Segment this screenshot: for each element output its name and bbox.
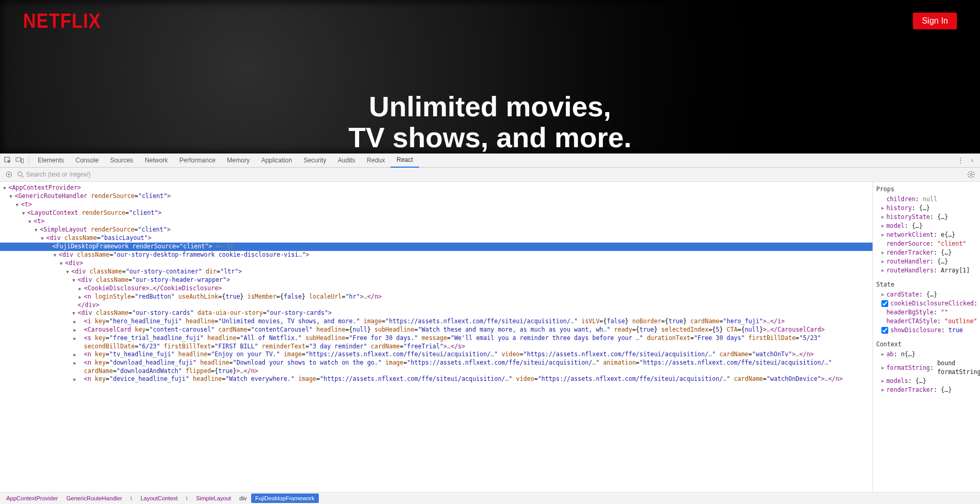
svg-line-6 bbox=[21, 176, 24, 178]
sign-in-button[interactable]: Sign In bbox=[913, 13, 957, 29]
tree-row[interactable]: <div className="our-story-container" dir… bbox=[0, 268, 873, 276]
devtools-tab-security[interactable]: Security bbox=[298, 154, 332, 167]
breadcrumb-item[interactable]: div bbox=[235, 494, 251, 503]
tree-row[interactable]: <s key="free_trial_headline_fuji" headli… bbox=[0, 334, 873, 350]
netflix-logo: NETFLIX bbox=[23, 9, 101, 32]
devtools-tab-elements[interactable]: Elements bbox=[32, 154, 70, 167]
svg-rect-1 bbox=[16, 158, 20, 161]
sidebar-prop-row[interactable]: ▶model: {…} bbox=[876, 222, 977, 231]
react-toolbar bbox=[0, 168, 980, 182]
tree-row[interactable]: <n key="tv_headline_fuji" headline="Enjo… bbox=[0, 350, 873, 359]
devtools-tab-audits[interactable]: Audits bbox=[332, 154, 361, 167]
tree-row[interactable]: <i key="hero_headline_fuji" headline="Un… bbox=[0, 317, 873, 326]
sidebar-prop-row[interactable]: showDisclosure: true bbox=[876, 326, 977, 335]
tree-row[interactable]: <CarouselCard key="content-carousel" car… bbox=[0, 326, 873, 334]
tree-row[interactable]: <div> bbox=[0, 259, 873, 268]
target-icon[interactable] bbox=[3, 169, 15, 180]
devtools-tab-react[interactable]: React bbox=[391, 153, 418, 168]
svg-point-4 bbox=[8, 174, 10, 176]
sidebar-prop-row[interactable]: ▶routeHandlers: Array[1] bbox=[876, 266, 977, 275]
react-search-input[interactable] bbox=[26, 171, 965, 178]
breadcrumb-item[interactable]: LayoutContext bbox=[136, 494, 182, 503]
hero-headline: Unlimited movies, TV shows, and more. bbox=[0, 91, 980, 154]
breadcrumb-item[interactable]: AppContextProvider bbox=[2, 494, 62, 503]
tree-row[interactable]: <n loginStyle="redButton" useAuthLink={t… bbox=[0, 293, 873, 301]
devtools-tab-console[interactable]: Console bbox=[70, 154, 104, 167]
sidebar-prop-row[interactable]: ▶children: null bbox=[876, 195, 977, 204]
tree-row[interactable]: <GenericRouteHandler renderSource="clien… bbox=[0, 192, 873, 201]
component-tree[interactable]: <AppContextProvider><GenericRouteHandler… bbox=[0, 182, 873, 492]
sidebar-prop-row[interactable]: ▶headerBgStyle: "" bbox=[876, 308, 977, 317]
tree-row[interactable]: <n key="device_headline_fuji" headline="… bbox=[0, 375, 873, 384]
tree-row[interactable]: <div className="our-story-cards" data-ui… bbox=[0, 309, 873, 317]
sidebar-prop-row[interactable]: ▶historyState: {…} bbox=[876, 213, 977, 222]
rendered-page: NETFLIX Sign In Unlimited movies, TV sho… bbox=[0, 0, 980, 154]
sidebar-prop-row[interactable]: ▶renderTracker: {…} bbox=[876, 386, 977, 395]
sidebar-prop-row[interactable]: ▶renderSource: "client" bbox=[876, 239, 977, 248]
svg-rect-2 bbox=[21, 159, 23, 163]
state-checkbox[interactable] bbox=[881, 300, 888, 307]
tree-row[interactable]: <FujiDesktopFramework renderSource="clie… bbox=[0, 243, 873, 251]
tree-row[interactable]: <CookieDisclosure>…</CookieDisclosure> bbox=[0, 284, 873, 293]
svg-line-13 bbox=[973, 176, 974, 177]
sidebar-section-head: Context bbox=[876, 339, 977, 350]
sidebar-prop-row[interactable]: ▶history: {…} bbox=[876, 204, 977, 213]
devtools-tab-performance[interactable]: Performance bbox=[174, 154, 221, 167]
hero-line-1: Unlimited movies, bbox=[0, 91, 980, 122]
devtools-tab-memory[interactable]: Memory bbox=[221, 154, 255, 167]
sidebar-prop-row[interactable]: ▶routeHandler: {…} bbox=[876, 257, 977, 266]
svg-line-14 bbox=[968, 176, 970, 177]
props-sidebar[interactable]: Props▶children: null▶history: {…}▶histor… bbox=[873, 182, 980, 492]
devtools-tab-network[interactable]: Network bbox=[139, 154, 174, 167]
sidebar-prop-row[interactable]: ▶models: {…} bbox=[876, 377, 977, 386]
search-icon[interactable] bbox=[15, 169, 26, 180]
breadcrumb-item[interactable]: t bbox=[182, 494, 192, 503]
react-body: <AppContextProvider><GenericRouteHandler… bbox=[0, 182, 980, 492]
state-checkbox[interactable] bbox=[881, 327, 888, 334]
tree-row[interactable]: <div className="basicLayout"> bbox=[0, 234, 873, 243]
sidebar-prop-row[interactable]: ▶ab: n{…} bbox=[876, 350, 977, 359]
component-breadcrumb[interactable]: AppContextProviderGenericRouteHandlertLa… bbox=[0, 492, 980, 504]
tree-row[interactable]: <n key="download_headline_fuji" headline… bbox=[0, 359, 873, 375]
tree-row[interactable]: <t> bbox=[0, 201, 873, 209]
devtools-panel: ElementsConsoleSourcesNetworkPerformance… bbox=[0, 154, 980, 504]
tree-row[interactable]: <AppContextProvider> bbox=[0, 184, 873, 192]
svg-point-5 bbox=[18, 172, 22, 176]
sidebar-prop-row[interactable]: ▶networkClient: e{…} bbox=[876, 231, 977, 239]
svg-line-15 bbox=[973, 172, 974, 173]
sidebar-prop-row[interactable]: cookieDisclosureClicked: true bbox=[876, 299, 977, 308]
page-header: NETFLIX Sign In bbox=[0, 0, 980, 31]
svg-point-7 bbox=[970, 173, 972, 176]
tree-row[interactable]: <SimpleLayout renderSource="client"> bbox=[0, 226, 873, 234]
tree-row[interactable]: <t> bbox=[0, 217, 873, 226]
sidebar-prop-row[interactable]: ▶cardState: {…} bbox=[876, 290, 977, 299]
separator bbox=[28, 156, 29, 165]
tree-row[interactable]: <LayoutContext renderSource="client"> bbox=[0, 209, 873, 217]
breadcrumb-item[interactable]: FujiDesktopFramework bbox=[251, 494, 319, 503]
chevron-right-icon[interactable]: › bbox=[966, 155, 978, 166]
sidebar-prop-row[interactable]: ▶renderTracker: {…} bbox=[876, 248, 977, 257]
more-icon[interactable]: ⋮ bbox=[955, 155, 966, 166]
sidebar-prop-row[interactable]: ▶headerCTAStyle: "outline" bbox=[876, 317, 977, 326]
sidebar-section-head: State bbox=[876, 279, 977, 290]
breadcrumb-item[interactable]: SimpleLayout bbox=[192, 494, 235, 503]
devtools-tab-redux[interactable]: Redux bbox=[361, 154, 391, 167]
hero-line-2: TV shows, and more. bbox=[0, 122, 980, 153]
tree-row[interactable]: <div className="our-story-header-wrapper… bbox=[0, 276, 873, 284]
breadcrumb-item[interactable]: t bbox=[126, 494, 136, 503]
sidebar-section-head: Props bbox=[876, 184, 977, 195]
devtools-tab-sources[interactable]: Sources bbox=[104, 154, 139, 167]
sidebar-prop-row[interactable]: ▶formatString: bound formatString bbox=[876, 359, 977, 377]
tree-row[interactable]: <div className="our-story-desktop-framew… bbox=[0, 251, 873, 259]
inspect-element-icon[interactable] bbox=[2, 155, 14, 166]
devtools-tab-application[interactable]: Application bbox=[255, 154, 298, 167]
svg-line-12 bbox=[968, 172, 970, 173]
device-toolbar-icon[interactable] bbox=[14, 155, 25, 166]
breadcrumb-item[interactable]: GenericRouteHandler bbox=[62, 494, 126, 503]
devtools-tabbar: ElementsConsoleSourcesNetworkPerformance… bbox=[0, 154, 980, 168]
tree-row[interactable]: </div> bbox=[0, 301, 873, 309]
gear-icon[interactable] bbox=[965, 169, 977, 180]
